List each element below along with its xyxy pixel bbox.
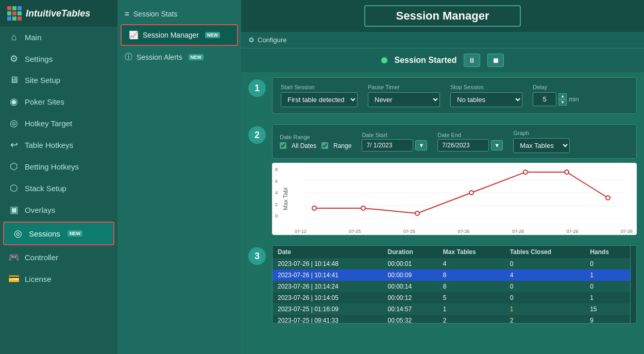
sidebar-item-betting-hotkeys[interactable]: ⬡ Betting Hotkeys	[0, 156, 117, 177]
delay-controls: ▲ ▼ min	[533, 92, 579, 106]
sidebar-item-controller[interactable]: 🎮 Controller	[0, 246, 117, 268]
sidebar-item-hotkey-target[interactable]: ◎ Hotkey Target	[0, 112, 117, 134]
cell-max_tables: 2	[438, 315, 505, 323]
date-range-label: Date Range	[280, 134, 351, 140]
table-scroll: Date Duration Max Tables Tables Closed H…	[273, 246, 636, 323]
scrollbar[interactable]	[630, 246, 636, 323]
col-duration: Duration	[383, 246, 438, 258]
sidebar-item-table-hotkeys[interactable]: ↩ Table Hotkeys	[0, 134, 117, 156]
chart-container: Max Tabl 8 6 4 2 0	[272, 163, 637, 235]
session-started-label: Session Started	[395, 56, 457, 65]
table-row[interactable]: 2023-07-26 | 10:14:2400:00:14800	[273, 281, 630, 292]
start-session-select[interactable]: First table detected Manually Scheduled	[281, 92, 358, 107]
date-range-checkboxes: All Dates Range	[280, 142, 351, 149]
delay-spinner: ▲ ▼	[558, 93, 567, 106]
cell-duration: 00:00:14	[383, 281, 438, 292]
table-wrapper[interactable]: Date Duration Max Tables Tables Closed H…	[273, 246, 630, 323]
configure-label: Configure	[258, 36, 286, 44]
configure-gear-icon: ⚙	[248, 36, 255, 44]
cell-tables_closed: 0	[505, 281, 585, 292]
cell-max_tables: 1	[438, 304, 505, 315]
table-row[interactable]: 2023-07-25 | 09:41:3300:05:32229	[273, 315, 630, 323]
date-end-picker[interactable]: ▼	[491, 140, 503, 150]
license-icon: 💳	[8, 273, 20, 284]
sidebar-item-settings[interactable]: ⚙ Settings	[0, 48, 117, 70]
controller-icon: 🎮	[8, 251, 20, 263]
sessions-badge: NEW	[67, 230, 82, 237]
betting-icon: ⬡	[8, 161, 20, 172]
date-end-group: Date End ▼	[437, 132, 503, 151]
sidebar-label-settings: Settings	[25, 55, 53, 63]
sidebar-item-stack-setup[interactable]: ⬡ Stack Setup	[0, 177, 117, 199]
cell-date: 2023-07-25 | 01:16:09	[273, 304, 383, 315]
sidebar-item-license[interactable]: 💳 License	[0, 268, 117, 290]
poker-icon: ◉	[8, 96, 20, 107]
sidebar-item-main[interactable]: ⌂ Main	[0, 27, 117, 48]
logo-area: IntuitiveTables	[0, 0, 117, 27]
date-start-label: Date Start	[362, 132, 427, 138]
cell-tables_closed: 0	[505, 258, 585, 269]
session-manager-title[interactable]: Session Manager	[364, 5, 521, 27]
cell-duration: 00:14:57	[383, 304, 438, 315]
subnav-label-stats: Session Stats	[133, 10, 178, 18]
sidebar-label-sessions: Sessions	[29, 229, 60, 238]
table-row[interactable]: 2023-07-26 | 10:14:4800:00:01400	[273, 258, 630, 269]
section3: 3 Date Duration Max Tables Ta	[241, 240, 644, 329]
section1: 1 Start Session First table detected Man…	[241, 72, 644, 119]
table-header-row: Date Duration Max Tables Tables Closed H…	[273, 246, 630, 258]
cell-duration: 00:00:12	[383, 292, 438, 304]
subnav-session-manager[interactable]: 📈 Session Manager NEW	[121, 24, 238, 46]
graph-select[interactable]: Max Tables Hands Duration	[513, 138, 570, 153]
graph-label: Graph	[513, 130, 570, 136]
sidebar-item-sessions[interactable]: ◎ Sessions NEW	[3, 222, 114, 245]
monitor-icon: 🖥	[8, 75, 20, 86]
svg-point-6	[361, 206, 365, 210]
session-controls-box: Start Session First table detected Manua…	[272, 77, 637, 114]
status-dot	[381, 57, 387, 63]
sidebar-item-poker-sites[interactable]: ◉ Poker Sites	[0, 91, 117, 112]
date-start-group: Date Start ▼	[362, 132, 427, 151]
cell-hands: 0	[585, 258, 630, 269]
content-panel: Session Manager ⚙ Configure Session Star…	[241, 0, 644, 354]
date-start-input[interactable]	[362, 139, 413, 151]
svg-point-8	[469, 191, 473, 195]
table-row[interactable]: 2023-07-26 | 10:14:4100:00:09841	[273, 269, 630, 281]
cell-date: 2023-07-25 | 09:41:33	[273, 315, 383, 323]
stop-button[interactable]: ⏹	[487, 54, 504, 67]
pause-timer-select[interactable]: Never 5 min 10 min	[368, 92, 440, 107]
pause-timer-label: Pause Timer	[368, 84, 440, 90]
stats-icon: ≡	[125, 9, 129, 18]
section2: 2 Date Range All Dates Range Date Start	[241, 119, 644, 240]
cell-duration: 00:00:01	[383, 258, 438, 269]
date-start-picker[interactable]: ▼	[415, 140, 427, 150]
sidebar-label-stack-setup: Stack Setup	[25, 184, 66, 193]
sidebar-label-overlays: Overlays	[25, 206, 55, 214]
range-label: Range	[333, 142, 351, 149]
date-end-input[interactable]	[437, 139, 489, 151]
cell-duration: 00:05:32	[383, 315, 438, 323]
range-checkbox[interactable]	[321, 142, 328, 149]
pause-button[interactable]: ⏸	[464, 54, 480, 67]
session-status-bar: Session Started ⏸ ⏹	[241, 48, 644, 72]
subnav-session-stats[interactable]: ≡ Session Stats	[117, 4, 241, 23]
delay-unit: min	[569, 96, 579, 103]
table-row[interactable]: 2023-07-25 | 01:16:0900:14:571115	[273, 304, 630, 315]
cell-hands: 1	[585, 292, 630, 304]
cell-max_tables: 4	[438, 258, 505, 269]
cell-max_tables: 5	[438, 292, 505, 304]
delay-input[interactable]	[533, 92, 556, 106]
alerts-badge: NEW	[189, 54, 204, 60]
delay-up-button[interactable]: ▲	[558, 93, 567, 99]
sidebar-item-site-setup[interactable]: 🖥 Site Setup	[0, 70, 117, 91]
main-area: ≡ Session Stats 📈 Session Manager NEW ⓘ …	[117, 0, 644, 354]
delay-down-button[interactable]: ▼	[558, 99, 567, 106]
sidebar-item-overlays[interactable]: ▣ Overlays	[0, 199, 117, 221]
subnav-session-alerts[interactable]: ⓘ Session Alerts NEW	[117, 47, 241, 67]
sidebar-label-site-setup: Site Setup	[25, 76, 60, 85]
all-dates-checkbox[interactable]	[280, 142, 286, 149]
table-row[interactable]: 2023-07-26 | 10:14:0500:00:12501	[273, 292, 630, 304]
stop-session-select[interactable]: No tables Manually Scheduled	[450, 92, 522, 107]
cell-date: 2023-07-26 | 10:14:41	[273, 269, 383, 281]
step1-circle: 1	[248, 79, 266, 97]
cell-tables_closed: 4	[505, 269, 585, 281]
